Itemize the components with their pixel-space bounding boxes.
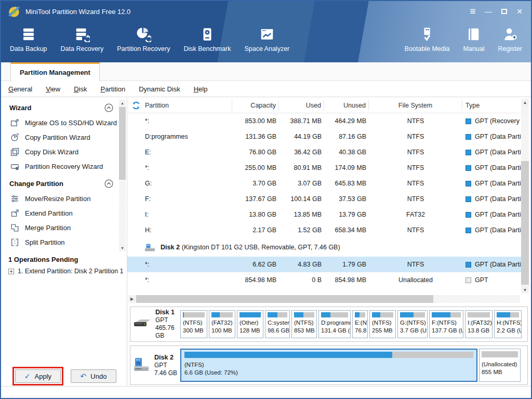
table-header[interactable]: Partition Capacity Used Unused File Syst… bbox=[127, 98, 521, 113]
sidebar-scrollbar[interactable]: ▲ ▼ bbox=[119, 100, 126, 251]
partition-block[interactable]: H:(NTFS)2.2 GB (U bbox=[494, 310, 522, 338]
table-row[interactable]: *: 853.00 MB 388.71 MB 464.29 MB NTFS GP… bbox=[127, 113, 521, 129]
menu-view[interactable]: View bbox=[46, 85, 60, 93]
cell-used: 44.19 GB bbox=[279, 133, 324, 140]
scrollbar-thumb[interactable] bbox=[119, 107, 126, 180]
col-type[interactable]: Type bbox=[462, 100, 521, 111]
table-row[interactable]: E: 76.80 GB 36.42 GB 40.38 GB NTFS GPT (… bbox=[127, 144, 521, 160]
partition-block[interactable]: D:programmes131.4 GB (U bbox=[318, 310, 351, 338]
block-label: E:(NTFS) bbox=[355, 319, 365, 327]
partition-block[interactable]: C:system98.6 GB bbox=[265, 310, 290, 338]
table-row[interactable]: D:programmes 131.36 GB 44.19 GB 87.16 GB… bbox=[127, 129, 521, 144]
sidebar-item-migrate-os[interactable]: Migrate OS to SSD/HD Wizard bbox=[1, 115, 127, 130]
toolbar-data-recovery[interactable]: Data Recovery bbox=[54, 22, 111, 62]
block-label: (NTFS) bbox=[183, 319, 205, 327]
table-vertical-scrollbar[interactable]: ▲ ▼ bbox=[521, 99, 529, 294]
col-partition[interactable]: Partition bbox=[127, 100, 232, 111]
table-row-selected[interactable]: *: 6.62 GB 4.83 GB 1.79 GB NTFS GPT (Dat… bbox=[127, 257, 521, 272]
menu-partition[interactable]: Partition bbox=[101, 85, 126, 93]
partition-block[interactable]: (Other)128 MB bbox=[237, 310, 263, 338]
table-row[interactable]: I: 13.80 GB 13.85 MB 13.79 GB FAT32 GPT … bbox=[127, 207, 521, 222]
partition-block[interactable]: (FAT32)100 MB bbox=[209, 310, 235, 338]
col-capacity[interactable]: Capacity bbox=[232, 100, 279, 111]
partition-block[interactable]: E:(NTFS)76.8 ( bbox=[352, 310, 368, 338]
partition-block[interactable]: (NTFS)255 MB bbox=[369, 310, 396, 338]
cell-partition: *: bbox=[127, 164, 232, 171]
disk1-info[interactable]: Disk 1 GPT 465.76 GB bbox=[130, 309, 180, 340]
refresh-icon[interactable] bbox=[132, 101, 140, 110]
expand-plus-icon[interactable] bbox=[8, 269, 14, 274]
pending-operation-item[interactable]: 1. Extend Partition: Disk 2 Partition 1 bbox=[1, 265, 127, 277]
menu-icon[interactable]: ≡ bbox=[467, 5, 479, 18]
toolbar-space-analyzer[interactable]: Space Analyzer bbox=[237, 22, 296, 62]
scrollbar-thumb[interactable] bbox=[521, 161, 529, 285]
menu-text: Dynamic Disk bbox=[139, 85, 180, 93]
cell-type-label: GPT (Data Partitio bbox=[475, 164, 521, 171]
sidebar-section-wizard[interactable]: Wizard bbox=[1, 100, 127, 115]
table-horizontal-scrollbar[interactable]: ◀ ▶ bbox=[128, 295, 520, 303]
toolbar-data-backup[interactable]: Data Backup bbox=[3, 22, 54, 62]
collapse-icon[interactable] bbox=[104, 103, 113, 112]
toolbar-partition-recovery[interactable]: Partition Recovery bbox=[110, 22, 177, 62]
tab-partition-management[interactable]: Partition Management bbox=[10, 62, 100, 81]
cell-used: 3.07 GB bbox=[279, 180, 324, 187]
apply-button[interactable]: ✓ Apply bbox=[15, 369, 61, 383]
sidebar-item-label: Partition Recovery Wizard bbox=[25, 163, 103, 170]
disk2-group-header[interactable]: Disk 2 (Kingston DT 101 G2 USB, Removabl… bbox=[127, 238, 521, 257]
arrow-glyph: ▼ bbox=[523, 288, 527, 292]
partition-block[interactable]: F:(NTFS)137.7 GB (U bbox=[429, 310, 463, 338]
sidebar-section-change-partition[interactable]: Change Partition bbox=[1, 176, 127, 191]
undo-button[interactable]: ↶ Undo bbox=[71, 369, 116, 383]
partition-type-square-icon bbox=[466, 181, 471, 187]
collapse-icon[interactable] bbox=[104, 179, 113, 188]
toolbar-register[interactable]: Register bbox=[491, 22, 529, 62]
sidebar-item-copy-disk[interactable]: Copy Disk Wizard bbox=[1, 144, 127, 159]
minimize-icon[interactable]: — bbox=[482, 5, 495, 18]
sidebar-item-move-resize[interactable]: Move/Resize Partition bbox=[1, 191, 127, 206]
close-icon[interactable]: ✕ bbox=[513, 5, 526, 18]
scroll-down-icon[interactable]: ▼ bbox=[521, 286, 529, 294]
partition-block[interactable]: I:(FAT32)13.8 GB bbox=[465, 310, 493, 338]
partition-block[interactable]: (NTFS)300 MB bbox=[180, 310, 207, 338]
disk2-info[interactable]: Disk 2 GPT 7.46 GB bbox=[130, 354, 180, 377]
cell-partition: F: bbox=[127, 195, 232, 203]
sidebar-item-extend[interactable]: Extend Partition bbox=[1, 206, 127, 220]
chart-window-icon bbox=[259, 26, 275, 42]
block-size: 300 MB bbox=[183, 327, 205, 335]
sidebar-item-copy-partition[interactable]: Copy Partition Wizard bbox=[1, 130, 127, 144]
scroll-down-icon[interactable]: ▼ bbox=[119, 245, 126, 251]
titlebar[interactable]: MiniTool Partition Wizard Free 12.0 ≡ — … bbox=[1, 1, 531, 22]
scroll-up-icon[interactable]: ▲ bbox=[521, 99, 529, 106]
partition-block-selected[interactable]: (NTFS) 6.6 GB (Used: 72%) bbox=[180, 349, 477, 382]
table-row[interactable]: H: 2.17 GB 1.52 GB 658.34 MB NTFS GPT (D… bbox=[127, 222, 521, 238]
menu-help[interactable]: Help bbox=[194, 85, 208, 93]
partition-block[interactable]: (NTFS)853 MB bbox=[291, 310, 317, 338]
cell-type: GPT (Data Partitio bbox=[462, 180, 521, 187]
col-used[interactable]: Used bbox=[279, 100, 324, 111]
disk-name: Disk 2 bbox=[154, 354, 177, 362]
table-row[interactable]: F: 137.67 GB 100.14 GB 37.53 GB NTFS GPT… bbox=[127, 191, 521, 207]
table-row[interactable]: G: 3.70 GB 3.07 GB 645.83 MB NTFS GPT (D… bbox=[127, 176, 521, 191]
partition-block[interactable]: G:(NTFS)3.7 GB (U bbox=[397, 310, 428, 338]
table-row[interactable]: *: 255.00 MB 80.91 MB 174.09 MB NTFS GPT… bbox=[127, 160, 521, 176]
col-file-system[interactable]: File System bbox=[369, 100, 462, 111]
maximize-icon[interactable] bbox=[498, 5, 510, 18]
sidebar-item-partition-recovery-wizard[interactable]: Partition Recovery Wizard bbox=[1, 159, 127, 174]
toolbar-disk-benchmark[interactable]: Disk Benchmark bbox=[177, 22, 237, 62]
cell-type: GPT (Data Partitio bbox=[462, 195, 521, 203]
partition-block[interactable]: (Unallocated) 855 MB bbox=[479, 349, 521, 382]
menu-dynamic-disk[interactable]: Dynamic Disk bbox=[139, 85, 180, 93]
sidebar-item-merge[interactable]: Merge Partition bbox=[1, 220, 127, 235]
col-unused[interactable]: Unused bbox=[324, 100, 369, 111]
scrollbar-thumb[interactable] bbox=[136, 295, 433, 303]
toolbar-manual[interactable]: Manual bbox=[456, 22, 491, 62]
sidebar-item-split[interactable]: Split Partition bbox=[1, 235, 127, 249]
scroll-right-icon[interactable]: ▶ bbox=[128, 295, 136, 303]
menu-disk[interactable]: Disk bbox=[74, 85, 87, 93]
scroll-up-icon[interactable]: ▲ bbox=[119, 100, 126, 107]
toolbar-bootable-media[interactable]: Bootable Media bbox=[398, 22, 457, 62]
table-row[interactable]: *: 854.98 MB 0 B 854.98 MB Unallocated G… bbox=[127, 272, 521, 288]
undo-label: Undo bbox=[90, 373, 107, 380]
menu-general[interactable]: General bbox=[8, 85, 32, 93]
menu-text: isk bbox=[79, 85, 87, 93]
